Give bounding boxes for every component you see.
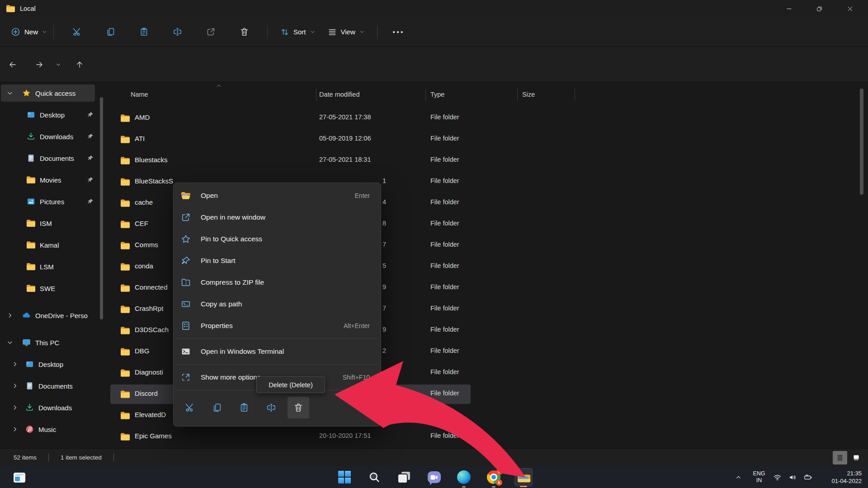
copy-button[interactable] (100, 23, 120, 41)
menu-item-open-in-new-window[interactable]: Open in new window (175, 206, 379, 228)
delete-button[interactable] (234, 23, 254, 41)
column-header-date-modified[interactable]: Date modified (319, 91, 359, 98)
clock[interactable]: 21:35 01-04-2022 (818, 469, 862, 485)
close-button[interactable] (840, 0, 860, 17)
quick-copy-button[interactable] (206, 397, 228, 418)
open-folder-icon (181, 191, 191, 201)
table-row[interactable]: ATI 05-09-2019 12:06 File folder (108, 129, 868, 150)
table-row[interactable]: Bluestacks 27-05-2021 18:31 File folder (108, 150, 868, 171)
folder-icon (120, 114, 130, 122)
rename-icon (266, 403, 276, 413)
language-code: ENG (749, 470, 769, 477)
chevron-right-icon[interactable] (12, 383, 18, 389)
battery-button[interactable] (800, 468, 816, 486)
menu-item-label: Open in Windows Terminal (201, 347, 284, 356)
file-name: Comms (135, 241, 158, 249)
file-date: 27-05-2021 18:31 (319, 156, 386, 163)
chevron-down-icon[interactable] (7, 90, 13, 96)
sidebar-item-pc-music[interactable]: Music (0, 418, 108, 440)
language-indicator[interactable]: ENG IN (749, 470, 769, 484)
view-button[interactable]: View (328, 28, 364, 37)
paste-button[interactable] (134, 23, 154, 41)
quick-cut-button[interactable] (179, 397, 201, 418)
sidebar-item-pc-desktop[interactable]: Desktop (0, 353, 108, 375)
forward-button[interactable] (30, 56, 48, 74)
file-explorer-button[interactable] (514, 468, 533, 486)
sidebar-item-lsm[interactable]: LSM (0, 256, 108, 277)
task-view-button[interactable] (395, 468, 413, 486)
quick-paste-button[interactable] (233, 397, 255, 418)
close-icon (847, 5, 854, 12)
column-header-name[interactable]: Name (131, 91, 148, 98)
sidebar-item-documents[interactable]: Documents (0, 147, 108, 169)
sidebar-item-onedrive[interactable]: OneDrive - Perso (0, 305, 108, 326)
column-divider[interactable] (425, 89, 426, 101)
hidden-icons-button[interactable] (731, 468, 745, 486)
file-type: File folder (430, 198, 459, 206)
sidebar-item-pc-documents[interactable]: Documents (0, 375, 108, 397)
details-view-icon (836, 454, 844, 461)
sidebar-item-label: Documents (40, 155, 87, 162)
table-row[interactable]: Epic Games 20-10-2020 17:51 File folder (108, 426, 868, 447)
column-header-type[interactable]: Type (430, 91, 444, 98)
recent-locations-button[interactable] (49, 56, 67, 74)
menu-item-pin-to-start[interactable]: Pin to Start (175, 250, 379, 272)
sort-button[interactable]: Sort (280, 28, 315, 37)
date-text: 01-04-2022 (818, 477, 862, 485)
menu-item-compress-to-zip[interactable]: Compress to ZIP file (175, 272, 379, 293)
menu-item-pin-to-quick-access[interactable]: Pin to Quick access (175, 228, 379, 250)
new-button[interactable]: New (11, 27, 47, 37)
volume-icon (788, 473, 797, 482)
chevron-down-icon[interactable] (7, 339, 13, 346)
sidebar-item-pictures[interactable]: Pictures (0, 191, 108, 212)
edge-browser-button[interactable] (455, 468, 473, 486)
back-button[interactable] (4, 56, 22, 74)
menu-item-copy-as-path[interactable]: Copy as path (175, 293, 379, 315)
sidebar-item-kamal[interactable]: Kamal (0, 234, 108, 256)
sort-button-label: Sort (293, 28, 306, 36)
details-view-button[interactable] (833, 451, 847, 465)
paste-icon (239, 403, 249, 413)
sidebar-item-pc-downloads[interactable]: Downloads (0, 397, 108, 418)
thumbnail-view-button[interactable] (849, 451, 863, 465)
column-header-size[interactable]: Size (522, 91, 535, 98)
battery-charging-icon (804, 473, 812, 482)
chrome-browser-button[interactable]: k k (485, 468, 503, 486)
sidebar-item-this-pc[interactable]: This PC (0, 332, 108, 353)
sidebar-scrollbar[interactable] (100, 97, 103, 319)
menu-item-open[interactable]: Open Enter (175, 185, 379, 206)
chevron-right-icon[interactable] (7, 312, 13, 319)
sidebar-item-ism[interactable]: ISM (0, 212, 108, 234)
sidebar-item-label: Music (38, 426, 108, 433)
sidebar-item-desktop[interactable]: Desktop (0, 104, 108, 126)
window-scrollbar[interactable] (860, 89, 863, 195)
volume-button[interactable] (785, 468, 800, 486)
column-divider[interactable] (316, 89, 316, 101)
table-row[interactable]: AMD 27-05-2021 17:38 File folder (108, 108, 868, 129)
folder-icon (120, 156, 130, 165)
taskbar-search-button[interactable] (365, 468, 383, 486)
chat-button[interactable] (425, 468, 443, 486)
rename-button[interactable] (167, 23, 187, 41)
sidebar-item-swe[interactable]: SWE (0, 277, 108, 299)
menu-item-open-in-windows-terminal[interactable]: Open in Windows Terminal (175, 341, 379, 362)
column-divider[interactable] (517, 89, 518, 101)
chevron-right-icon[interactable] (12, 361, 18, 367)
column-divider[interactable] (575, 89, 575, 101)
sidebar-item-downloads[interactable]: Downloads (0, 126, 108, 147)
minimize-button[interactable] (778, 0, 799, 17)
restore-button[interactable] (809, 0, 830, 17)
wifi-button[interactable] (769, 468, 785, 486)
sidebar-item-movies[interactable]: Movies (0, 169, 108, 191)
quick-rename-button[interactable] (260, 397, 282, 418)
sidebar-item-quick-access[interactable]: Quick access (0, 82, 108, 104)
file-name: Connected (135, 283, 168, 291)
chevron-right-icon[interactable] (12, 404, 18, 411)
menu-item-properties[interactable]: Properties Alt+Enter (175, 315, 379, 337)
chevron-right-icon[interactable] (12, 426, 18, 432)
cut-button[interactable] (67, 23, 87, 41)
up-button[interactable] (71, 56, 89, 74)
start-button[interactable] (335, 468, 354, 486)
share-button[interactable] (201, 23, 221, 41)
quick-delete-button[interactable] (288, 397, 309, 418)
